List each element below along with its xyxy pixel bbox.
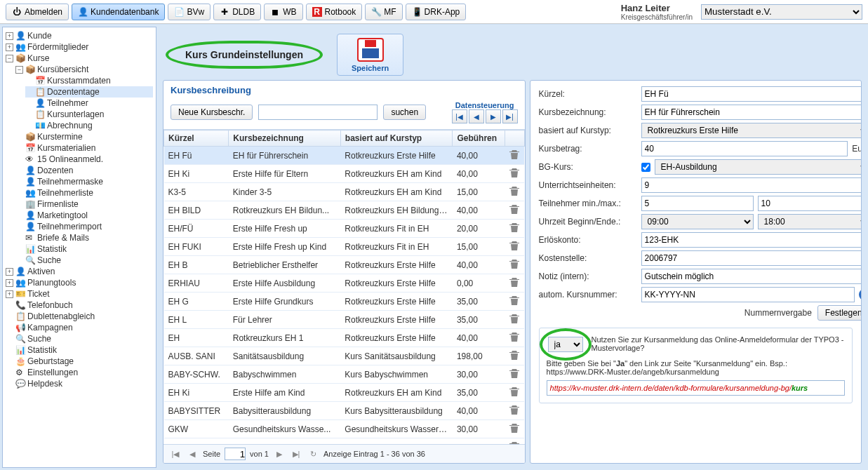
table-row[interactable]: BABYSITTERBabysitterausbildungKurs Babys… xyxy=(164,402,525,420)
trash-icon[interactable] xyxy=(509,222,520,233)
trash-icon[interactable] xyxy=(509,368,520,379)
pager-refresh[interactable]: ↻ xyxy=(307,448,319,460)
table-row[interactable]: EH FUKIErste Hilfe Fresh up KindRotkreuz… xyxy=(164,238,525,256)
tree-helpdesk[interactable]: 💬Helpdesk xyxy=(6,378,153,389)
tree-kursuebersicht[interactable]: −📦Kursübersicht xyxy=(15,64,153,75)
table-row[interactable]: BABY-SCHW.BabyschwimmenKurs Babyschwimme… xyxy=(164,365,525,384)
info-icon[interactable]: i xyxy=(859,289,862,300)
table-row[interactable]: EH GErste Hilfe GrundkursRotkreuzkurs Er… xyxy=(164,293,525,311)
trash-icon[interactable] xyxy=(509,313,520,324)
pager-prev[interactable]: ◀ xyxy=(186,448,199,460)
table-row[interactable]: EH/FÜErste Hilfe Fresh upRotkreuzkurs Fi… xyxy=(164,220,525,238)
field-zeit-begin[interactable]: 09:00 xyxy=(641,214,754,229)
col-kurstyp[interactable]: basiert auf Kurstyp xyxy=(340,130,453,147)
typo3-url-field[interactable]: https://kv-muster.drk-intern.de/daten/kd… xyxy=(547,380,845,396)
pager-page-input[interactable] xyxy=(225,448,246,460)
tree-onlineanm[interactable]: 👁15 Onlineanmeld. xyxy=(15,154,153,165)
field-erloes[interactable] xyxy=(641,232,862,248)
table-row[interactable]: EH KiErste Hilfe am KindRotkreuzkurs EH … xyxy=(164,384,525,402)
nav-kundendatenbank[interactable]: 👤Kundendatenbank xyxy=(72,4,165,20)
table-row[interactable]: EH KiErste Hilfe für ElternRotkreuzkurs … xyxy=(164,165,525,183)
tree-stammdaten[interactable]: 📅Kursstammdaten xyxy=(25,75,153,86)
pager-next[interactable]: ▶ xyxy=(273,448,286,460)
col-kuerzel[interactable]: Kürzel xyxy=(164,130,229,147)
search-input[interactable] xyxy=(258,105,378,120)
table-row[interactable]: EHRotkreuzkurs EH 1Rotkreuzkurs Erste Hi… xyxy=(164,329,525,347)
logout-button[interactable]: ⏻Abmelden xyxy=(6,4,69,20)
nav-bvw[interactable]: 📄BVw xyxy=(168,4,211,20)
pager-first[interactable]: |◀ xyxy=(169,448,182,460)
tree-telefon[interactable]: 📞Telefonbuch xyxy=(6,300,153,311)
field-ue[interactable] xyxy=(641,177,862,193)
org-select[interactable]: Musterstadt e.V. xyxy=(701,4,862,20)
save-button[interactable]: Speichern xyxy=(337,34,403,76)
trash-icon[interactable] xyxy=(509,167,520,178)
nav-mf[interactable]: 🔧MF xyxy=(365,4,402,20)
trash-icon[interactable] xyxy=(509,295,520,306)
tree-abrechnung[interactable]: 💶Abrechnung xyxy=(25,120,153,131)
nav-wb[interactable]: ◼WB xyxy=(264,4,302,20)
field-tn-max[interactable] xyxy=(758,196,862,211)
tree-statistik[interactable]: 📊Statistik xyxy=(15,243,153,255)
tree-statistik2[interactable]: 📊Statistik xyxy=(6,344,153,356)
tree-foerder[interactable]: +👥Fördermitglieder xyxy=(6,41,153,53)
trash-icon[interactable] xyxy=(509,276,520,288)
festlegen-button[interactable]: Festlegen xyxy=(817,305,862,321)
search-button[interactable]: suchen xyxy=(383,105,426,120)
tree-kurse[interactable]: −📦Kurse xyxy=(6,53,153,64)
nav-drkapp[interactable]: 📱DRK-App xyxy=(406,4,467,20)
tree-aktiven[interactable]: +👤Aktiven xyxy=(6,266,153,277)
trash-icon[interactable] xyxy=(509,331,520,342)
field-betrag[interactable] xyxy=(641,141,848,156)
tree-firmenliste[interactable]: 🏢Firmenliste xyxy=(15,199,153,210)
tree-dozenten[interactable]: 👤Dozenten xyxy=(15,165,153,176)
nav-prev-button[interactable]: ◀ xyxy=(469,109,484,123)
trash-icon[interactable] xyxy=(509,404,520,415)
tree-kampagnen[interactable]: 📢Kampagnen xyxy=(6,322,153,333)
nav-first-button[interactable]: |◀ xyxy=(452,109,467,123)
pager-last[interactable]: ▶| xyxy=(290,448,302,460)
tree-teilnehmer[interactable]: 👤Teilnehmer xyxy=(25,98,153,109)
table-row[interactable]: EH LFür LehrerRotkreuzkurs Erste Hilfe35… xyxy=(164,311,525,329)
tree-einstellungen[interactable]: ⚙Einstellungen xyxy=(6,367,153,378)
field-tn-min[interactable] xyxy=(641,196,754,211)
tree-teilimport[interactable]: 👤Teilnehmerimport xyxy=(15,221,153,232)
table-row[interactable]: ERHIAUErste Hilfe AusbildungRotkreuzkurs… xyxy=(164,274,525,293)
table-row[interactable]: K3-5Kinder 3-5Rotkreuzkurs EH am Kind15,… xyxy=(164,183,525,201)
field-bez[interactable] xyxy=(641,105,862,120)
new-kursbeschr-button[interactable]: Neue Kursbeschr. xyxy=(171,105,253,120)
table-row[interactable]: EH FüEH für FührerscheinRotkreuzkurs Ers… xyxy=(164,147,525,165)
typo3-select[interactable]: ja xyxy=(548,337,583,352)
table-row[interactable]: GKWGesundheitskurs Wasse...Gesundheitsku… xyxy=(164,420,525,438)
trash-icon[interactable] xyxy=(509,203,520,215)
field-bg-check[interactable] xyxy=(641,163,650,172)
col-bezeichnung[interactable]: Kursbezeichnung xyxy=(229,130,341,147)
tree-planung[interactable]: +👥Planungtools xyxy=(6,277,153,288)
tree-suche2[interactable]: 🔍Suche xyxy=(6,333,153,344)
tree-kunde[interactable]: +👤Kunde xyxy=(6,30,153,41)
trash-icon[interactable] xyxy=(509,386,520,397)
tree-teilliste[interactable]: 👥Teilnehmerliste xyxy=(15,187,153,199)
trash-icon[interactable] xyxy=(509,240,520,251)
trash-icon[interactable] xyxy=(509,349,520,361)
table-row[interactable]: AUSB. SANISanitätsausbildungKurs Sanität… xyxy=(164,347,525,365)
tree-geburtstage[interactable]: 🎂Geburtstage xyxy=(6,356,153,367)
tree-termine[interactable]: 📦Kurstermine xyxy=(15,131,153,142)
tree-ticket[interactable]: +🎫Ticket xyxy=(6,288,153,300)
trash-icon[interactable] xyxy=(509,149,520,160)
field-auto[interactable] xyxy=(641,287,855,302)
field-kuerzel[interactable] xyxy=(641,86,862,102)
table-row[interactable]: EH BBetrieblicher ErsthelferRotkreuzkurs… xyxy=(164,256,525,274)
tree-briefe[interactable]: ✉Briefe & Mails xyxy=(15,232,153,243)
field-zeit-end[interactable]: 18:00 xyxy=(758,214,862,229)
tree-dubletten[interactable]: 📋Dublettenabgleich xyxy=(6,311,153,322)
field-bg-select[interactable]: EH-Ausbildung xyxy=(655,159,862,175)
trash-icon[interactable] xyxy=(509,185,520,196)
nav-dldb[interactable]: ✚DLDB xyxy=(213,4,261,20)
nav-next-button[interactable]: ▶ xyxy=(486,109,501,123)
tree-dozententage[interactable]: 📋Dozententage xyxy=(25,86,153,98)
table-row[interactable]: EH BSANBetriebssanitäterKurs Betriebssan… xyxy=(164,438,525,445)
trash-icon[interactable] xyxy=(509,258,520,269)
tree-marketing[interactable]: 👤Marketingtool xyxy=(15,210,153,221)
tree-suche[interactable]: 🔍Suche xyxy=(15,255,153,266)
